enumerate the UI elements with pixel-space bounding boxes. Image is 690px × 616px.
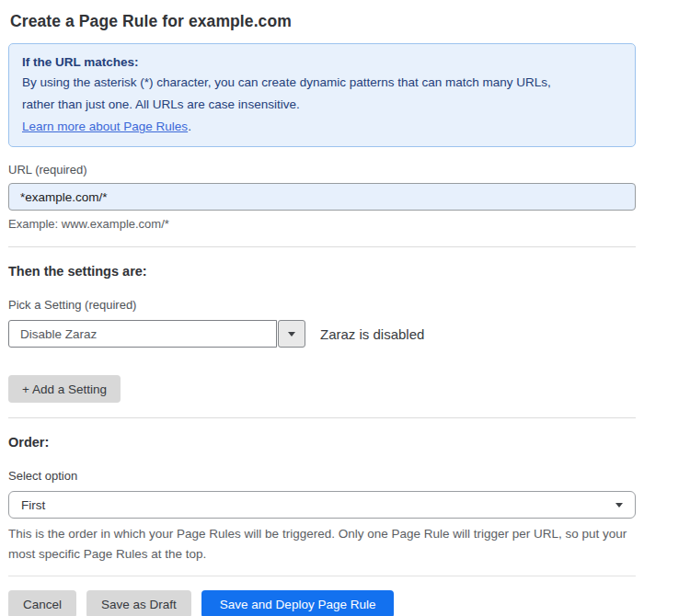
setting-row: Disable Zaraz Zaraz is disabled xyxy=(8,320,636,348)
order-help-line1: This is the order in which your Page Rul… xyxy=(8,524,636,544)
url-example-text: Example: www.example.com/* xyxy=(8,217,636,232)
info-box-body-line1: By using the asterisk (*) character, you… xyxy=(22,72,622,94)
info-box-link-row: Learn more about Page Rules. xyxy=(22,116,622,137)
setting-status-text: Zaraz is disabled xyxy=(320,326,424,342)
page-rule-form: Create a Page Rule for example.com If th… xyxy=(8,0,636,616)
form-actions: Cancel Save as Draft Save and Deploy Pag… xyxy=(8,590,636,616)
settings-heading: Then the settings are: xyxy=(8,263,636,279)
triangle-down-icon xyxy=(288,332,295,337)
info-box-body-line2: rather than just one. All URLs are case … xyxy=(22,94,622,116)
learn-more-link[interactable]: Learn more about Page Rules xyxy=(22,120,188,133)
setting-select[interactable]: Disable Zaraz xyxy=(8,320,305,348)
info-box-heading: If the URL matches: xyxy=(22,52,622,72)
caret-down-icon xyxy=(615,503,623,508)
pick-setting-label: Pick a Setting (required) xyxy=(8,298,636,313)
divider xyxy=(8,576,636,576)
order-heading: Order: xyxy=(8,434,636,451)
divider xyxy=(8,417,636,418)
order-select-value: First xyxy=(21,498,45,512)
url-label: URL (required) xyxy=(8,163,636,177)
save-deploy-button[interactable]: Save and Deploy Page Rule xyxy=(201,590,395,616)
save-draft-button[interactable]: Save as Draft xyxy=(86,590,191,616)
order-help-text: This is the order in which your Page Rul… xyxy=(8,524,636,565)
setting-dropdown-button[interactable] xyxy=(278,320,305,348)
setting-select-value[interactable]: Disable Zaraz xyxy=(8,320,277,348)
page-title: Create a Page Rule for example.com xyxy=(10,11,636,31)
cancel-button[interactable]: Cancel xyxy=(8,590,76,616)
order-help-line2: most specific Page Rules at the top. xyxy=(8,544,636,565)
divider xyxy=(8,246,636,247)
url-match-info-box: If the URL matches: By using the asteris… xyxy=(8,43,636,147)
url-input[interactable] xyxy=(8,183,636,211)
link-period: . xyxy=(188,120,191,133)
order-select[interactable]: First xyxy=(8,491,636,519)
add-setting-button[interactable]: + Add a Setting xyxy=(8,375,121,403)
select-option-label: Select option xyxy=(8,469,636,484)
